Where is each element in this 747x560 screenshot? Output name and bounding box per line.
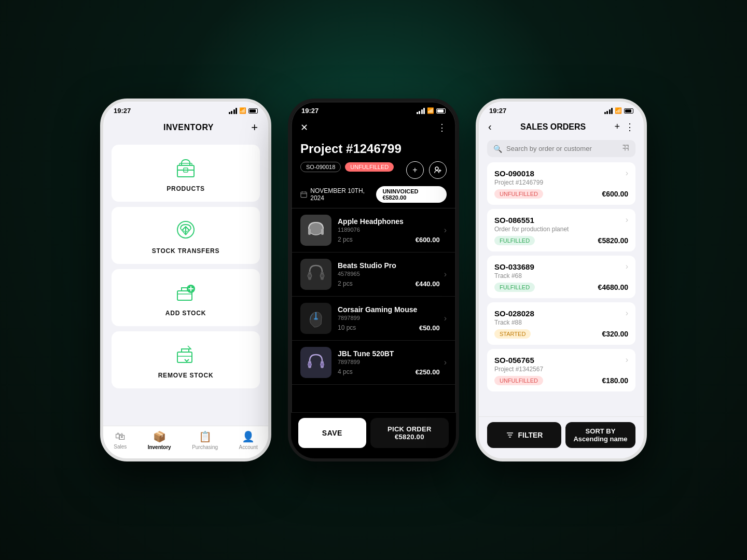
back-button[interactable]: ‹ xyxy=(488,121,492,133)
battery-icon-3 xyxy=(624,108,633,114)
svg-rect-22 xyxy=(321,229,324,235)
order-item-so033689[interactable]: SO-033689 › Track #68 FULFILLED €4680.00 xyxy=(487,256,635,298)
order-price-0: €600.00 xyxy=(602,190,628,198)
item-price-2: €50.00 xyxy=(419,324,440,332)
expand-icon[interactable] xyxy=(622,144,629,153)
phone-project: 19:27 📶 ✕ ⋮ Project #1246799 SO-090018 U… xyxy=(288,99,459,461)
order-id-1: SO-086551 xyxy=(494,216,534,225)
order-id-3: SO-028028 xyxy=(494,309,534,318)
pick-order-button[interactable]: PICK ORDER €5820.00 xyxy=(370,418,449,448)
chevron-1: › xyxy=(626,215,628,225)
add-button-1[interactable]: + xyxy=(251,121,258,134)
search-icon: 🔍 xyxy=(493,145,502,153)
pick-label-price: €5820.00 xyxy=(395,433,424,441)
svg-point-15 xyxy=(435,167,438,170)
wifi-icon-3: 📶 xyxy=(615,107,622,114)
status-icons-1: 📶 xyxy=(229,107,258,114)
time-3: 19:27 xyxy=(489,107,506,115)
inventory-title: INVENTORY xyxy=(163,123,214,132)
project-date: NOVEMBER 10TH, 2024 xyxy=(300,187,376,202)
order-item-2[interactable]: Corsair Gaming Mouse 7897899 10 pcs €50.… xyxy=(291,297,456,341)
search-input[interactable] xyxy=(506,145,618,152)
item-sku-3: 7897899 xyxy=(338,359,440,365)
tab-purchasing[interactable]: 📋 Purchasing xyxy=(192,430,218,450)
item-price-3: €250.00 xyxy=(416,368,440,376)
filter-label: FILTER xyxy=(518,431,543,439)
item-sku-2: 7897899 xyxy=(338,315,440,321)
sales-orders-title: SALES ORDERS xyxy=(520,122,586,132)
tab-inventory-label: Inventory xyxy=(148,444,171,450)
save-button[interactable]: SAVE xyxy=(298,418,366,448)
order-item-so086551[interactable]: SO-086551 › Order for production planet … xyxy=(487,209,635,251)
chevron-3: › xyxy=(626,309,628,318)
item-qty-3: 4 pcs xyxy=(338,368,353,376)
sales-orders-header: ‹ SALES ORDERS + ⋮ xyxy=(479,117,644,138)
products-icon xyxy=(172,154,199,181)
chevron-4: › xyxy=(626,355,628,365)
order-item-3[interactable]: JBL Tune 520BT 7897899 4 pcs €250.00 › xyxy=(291,341,456,385)
signal-icon-1 xyxy=(229,108,238,114)
menu-remove-stock[interactable]: REMOVE STOCK xyxy=(112,331,260,388)
tab-inventory[interactable]: 📦 Inventory xyxy=(148,430,171,450)
status-bar-3: 19:27 📶 xyxy=(479,102,644,117)
menu-add-stock[interactable]: ADD STOCK xyxy=(112,269,260,326)
item-name-0: Apple Headphones xyxy=(338,217,440,226)
chevron-2: › xyxy=(626,262,628,271)
order-id-2: SO-033689 xyxy=(494,262,534,271)
order-item-so056765[interactable]: SO-056765 › Project #1342567 UNFULFILLED… xyxy=(487,349,635,391)
svg-rect-21 xyxy=(308,229,311,235)
item-price-0: €600.00 xyxy=(416,236,440,244)
svg-rect-16 xyxy=(301,192,307,197)
order-price-1: €5820.00 xyxy=(598,236,628,245)
person-add-button[interactable] xyxy=(429,161,447,179)
item-img-3 xyxy=(300,347,331,378)
more-orders-button[interactable]: ⋮ xyxy=(625,121,634,133)
status-icons-3: 📶 xyxy=(604,107,634,114)
order-price-4: €180.00 xyxy=(602,376,628,385)
item-chevron-0: › xyxy=(444,226,447,235)
date-text: NOVEMBER 10TH, 2024 xyxy=(310,187,376,202)
time-2: 19:27 xyxy=(301,107,319,115)
orders-list: SO-090018 › Project #1246799 UNFULFILLED… xyxy=(479,162,644,458)
add-stock-icon xyxy=(172,278,199,305)
item-qty-2: 10 pcs xyxy=(338,324,356,332)
menu-products[interactable]: PRODUCTS xyxy=(112,145,260,202)
close-button[interactable]: ✕ xyxy=(300,122,308,133)
order-status-2: FULFILLED xyxy=(494,283,535,292)
more-button[interactable]: ⋮ xyxy=(437,122,447,133)
order-item-so028028[interactable]: SO-028028 › Track #88 STARTED €320.00 xyxy=(487,302,635,345)
status-icons-2: 📶 xyxy=(417,107,446,114)
order-status-1: FULFILLED xyxy=(494,236,535,245)
order-sub-0: Project #1246799 xyxy=(494,179,628,186)
order-item-so090018[interactable]: SO-090018 › Project #1246799 UNFULFILLED… xyxy=(487,162,635,205)
signal-icon-2 xyxy=(417,108,425,114)
order-item-1[interactable]: Beats Studio Pro 4578965 2 pcs €440.00 › xyxy=(291,253,456,297)
item-chevron-3: › xyxy=(444,358,447,367)
add-order-button[interactable]: + xyxy=(614,121,620,132)
order-item-0[interactable]: Apple Headphones 1189076 2 pcs €600.00 › xyxy=(291,208,456,253)
add-stock-label: ADD STOCK xyxy=(165,310,206,317)
item-name-1: Beats Studio Pro xyxy=(338,261,440,270)
item-qty-1: 2 pcs xyxy=(338,280,353,288)
project-footer: SAVE PICK ORDER €5820.00 xyxy=(291,412,456,458)
wifi-icon-1: 📶 xyxy=(239,107,246,114)
menu-stock-transfers[interactable]: STOCK TRANSFERS xyxy=(112,207,260,264)
filter-button[interactable]: FILTER xyxy=(487,422,561,448)
status-bar-1: 19:27 📶 xyxy=(103,102,268,117)
order-price-2: €4680.00 xyxy=(598,283,628,291)
tab-account[interactable]: 👤 Account xyxy=(239,430,258,450)
header-icons-3: + ⋮ xyxy=(614,121,634,133)
inventory-tab-icon: 📦 xyxy=(153,430,166,443)
svg-rect-13 xyxy=(177,352,192,362)
svg-point-32 xyxy=(321,363,324,367)
item-qty-0: 2 pcs xyxy=(338,236,353,244)
account-tab-icon: 👤 xyxy=(242,430,255,443)
sort-by-button[interactable]: SORT BY Ascending name xyxy=(565,422,635,448)
order-sub-3: Track #88 xyxy=(494,319,628,326)
search-bar: 🔍 xyxy=(487,140,635,157)
order-badge: SO-090018 xyxy=(300,162,341,172)
products-label: PRODUCTS xyxy=(167,185,205,192)
stock-transfers-icon xyxy=(172,216,199,243)
add-action-button[interactable]: + xyxy=(406,161,424,179)
tab-sales[interactable]: 🛍 Sales xyxy=(114,430,127,450)
